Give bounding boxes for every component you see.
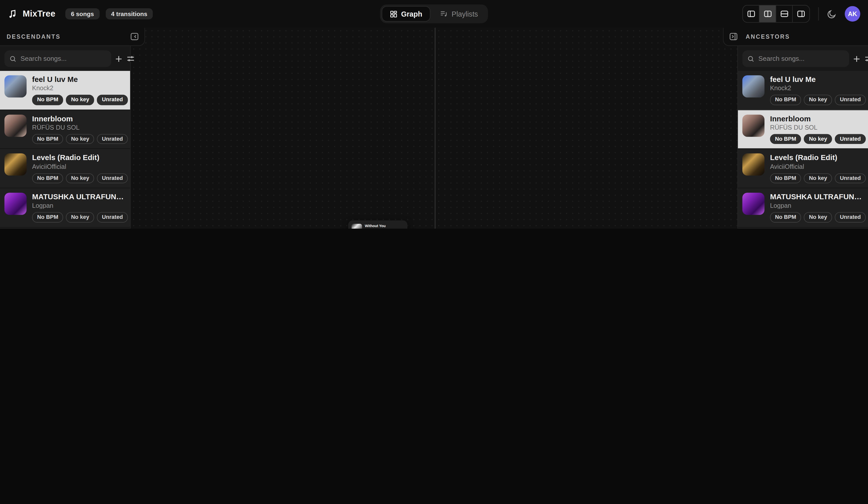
song-badge: No key [66,95,94,105]
descendants-song-list: feel U luv MeKnock2No BPMNo keyUnratedIn… [0,71,130,229]
layout-split-rows-button[interactable] [776,6,793,22]
song-title: Levels (Radio Edit) [770,154,862,163]
song-badge: Unrated [97,212,128,223]
song-badge: No BPM [770,212,801,223]
song-list-item-levels[interactable]: Levels (Radio Edit)AviciiOfficialNo BPMN… [738,149,868,188]
descendants-add-song-button[interactable] [114,52,123,66]
descendants-panel-title: DESCENDANTS [7,33,61,40]
topbar-divider [818,7,819,21]
song-badge: No BPM [770,173,801,183]
songs-count-badge: 6 songs [65,8,100,19]
song-badge: No BPM [770,95,801,105]
song-info: InnerbloomRÜFÜS DU SOLNo BPMNo keyUnrate… [770,115,862,144]
song-badge: No BPM [32,95,63,105]
tab-graph[interactable]: Graph [382,6,431,22]
song-list-item-nights[interactable]: The NightsAviciiOfficialNo BPMNo keyUnra… [0,227,130,229]
topbar-right: AK [742,5,860,23]
view-switcher: Graph Playlists [380,4,488,23]
song-info: MATUSHKA ULTRAFUNK (Slowed)LogpanNo BPMN… [770,193,862,222]
ancestors-song-list: feel U luv MeKnock2No BPMNo keyUnratedIn… [738,71,868,229]
song-badges: No BPMNo keyUnrated [32,95,125,105]
song-badges: No BPMNo keyUnrated [770,173,862,183]
album-art [742,115,765,137]
song-badges: No BPMNo keyUnrated [32,134,125,144]
song-artist: RÜFÜS DU SOL [32,124,125,131]
song-badge: No key [66,134,94,144]
graph-canvas: ????feel U luv MeKnock2nolimitNo BPMNo k… [131,28,737,229]
song-title: Innerbloom [32,115,125,124]
song-list-item-feel[interactable]: feel U luv MeKnock2No BPMNo keyUnrated [738,71,868,110]
song-title: Levels (Radio Edit) [32,154,125,163]
playlist-icon [440,10,448,18]
song-title: feel U luv Me [770,75,862,84]
panel-left-collapse-icon[interactable] [129,31,140,42]
song-badges: No BPMNo keyUnrated [770,95,862,105]
song-artist: Knock2 [32,85,125,91]
app-window: MixTree 6 songs 4 transitions Graph [0,0,868,229]
music-note-icon [8,9,18,19]
song-badge: Unrated [835,134,866,144]
ancestors-search-input[interactable] [758,55,844,63]
song-artist: AviciiOfficial [32,163,125,169]
topbar: MixTree 6 songs 4 transitions Graph [0,0,868,28]
app-title: MixTree [23,9,55,19]
album-art [742,75,765,97]
descendants-search-row [0,46,130,71]
ancestors-panel-title: ANCESTORS [746,33,790,40]
brand: MixTree 6 songs 4 transitions [8,8,153,19]
album-art [4,75,27,97]
layout-panel-right-button[interactable] [793,6,809,22]
tab-playlists[interactable]: Playlists [432,6,486,22]
panel-right-expand-icon[interactable] [728,31,739,42]
ancestors-sidebar: feel U luv MeKnock2No BPMNo keyUnratedIn… [737,46,868,229]
layout-switcher [742,5,810,23]
song-info: MATUSHKA ULTRAFUNK (Slowed)LogpanNo BPMN… [32,193,125,222]
song-list-item-innerbloom[interactable]: InnerbloomRÜFÜS DU SOLNo BPMNo keyUnrate… [0,110,130,149]
graph-node-body: Without YouAviciiOfficialDanceNo BPMNo k… [352,224,404,229]
layout-split-columns-button[interactable] [760,6,776,22]
ancestors-add-song-button[interactable] [852,52,861,66]
tab-playlists-label: Playlists [452,10,478,18]
song-badge: No BPM [32,134,63,144]
song-badge: No key [66,212,94,223]
song-badge: Unrated [97,95,128,105]
album-art [742,193,765,215]
descendants-filter-icon[interactable] [126,52,135,66]
ancestors-search-row [738,46,868,71]
song-badge: Unrated [835,95,866,105]
song-artist: AviciiOfficial [770,163,862,169]
album-art [352,224,362,229]
song-badge: No BPM [32,173,63,183]
song-info: feel U luv MeKnock2No BPMNo keyUnrated [32,75,125,105]
song-artist: Logpan [770,202,862,209]
song-artist: Knock2 [770,85,862,91]
user-avatar[interactable]: AK [845,6,860,22]
song-list-item-levels[interactable]: Levels (Radio Edit)AviciiOfficialNo BPMN… [0,149,130,188]
song-badge: Unrated [835,173,866,183]
ancestors-filter-icon[interactable] [864,52,868,66]
theme-toggle-moon-icon[interactable] [827,9,836,18]
descendants-sidebar: feel U luv MeKnock2No BPMNo keyUnratedIn… [0,46,131,229]
dashboard-icon [390,10,397,18]
descendants-panel-header: DESCENDANTS [0,28,145,46]
song-list-item-nights[interactable]: The NightsAviciiOfficialNo BPMNo keyUnra… [738,227,868,229]
descendants-search-input[interactable] [21,55,106,63]
song-badge: No key [804,95,832,105]
song-badge: No key [804,134,832,144]
song-title: MATUSHKA ULTRAFUNK (Slowed) [770,193,862,202]
song-list-item-matushka[interactable]: MATUSHKA ULTRAFUNK (Slowed)LogpanNo BPMN… [738,188,868,227]
song-title: feel U luv Me [32,75,125,84]
song-info: Levels (Radio Edit)AviciiOfficialNo BPMN… [770,154,862,183]
song-list-item-innerbloom[interactable]: InnerbloomRÜFÜS DU SOLNo BPMNo keyUnrate… [738,110,868,149]
song-badge: No key [66,173,94,183]
graph-node-without-0[interactable]: Without YouAviciiOfficialDanceNo BPMNo k… [348,220,407,229]
song-list-item-matushka[interactable]: MATUSHKA ULTRAFUNK (Slowed)LogpanNo BPMN… [0,188,130,227]
song-badges: No BPMNo keyUnrated [32,173,125,183]
song-list-item-feel[interactable]: feel U luv MeKnock2No BPMNo keyUnrated [0,71,130,110]
layout-panel-left-button[interactable] [743,6,760,22]
search-icon [9,55,17,62]
song-badge: Unrated [97,134,128,144]
song-badge: No key [804,212,832,223]
song-info: InnerbloomRÜFÜS DU SOLNo BPMNo keyUnrate… [32,115,125,144]
song-badge: No BPM [770,134,801,144]
